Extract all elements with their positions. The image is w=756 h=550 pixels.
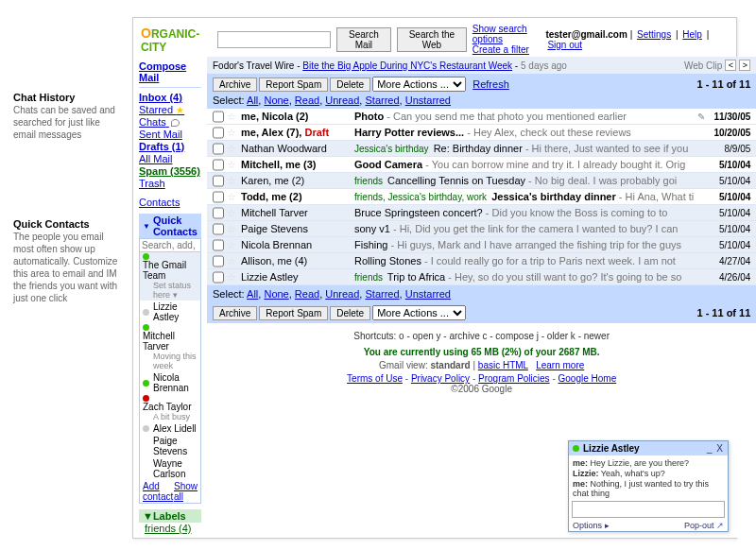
star-icon[interactable]: ☆ [227,239,238,251]
nav-starred[interactable]: Starred ★ [139,104,201,115]
select-checkbox[interactable] [213,223,224,235]
more-actions-select[interactable]: More Actions ... [372,305,466,320]
star-icon[interactable]: ☆ [227,223,238,235]
contacts-link[interactable]: Contacts [139,197,201,208]
show-search-options-link[interactable]: Show search options [472,24,527,44]
quick-contacts-header[interactable]: ▼Quick Contacts [139,214,201,238]
report-spam-button[interactable]: Report Spam [259,77,328,92]
contact-row[interactable]: Paige Stevens [140,435,200,457]
message-row[interactable]: ☆me, Alex (7), DraftHarry Potter reviews… [207,125,756,141]
contact-row[interactable]: Alex Lidell [140,422,200,435]
settings-link[interactable]: Settings [637,29,671,40]
select-none[interactable]: None [264,288,288,300]
webclip-prev-icon[interactable]: < [725,60,736,71]
label-friends[interactable]: friends (4) [139,523,192,534]
select-checkbox[interactable] [213,111,224,123]
close-icon[interactable]: X [716,443,724,454]
select-unstarred[interactable]: Unstarred [405,288,451,300]
add-contact-link[interactable]: Add contact [143,481,174,502]
message-row[interactable]: ☆Lizzie Astleyfriends Trip to Africa - H… [207,269,756,285]
select-checkbox[interactable] [213,271,224,284]
star-icon[interactable]: ☆ [227,111,238,123]
labels-header[interactable]: ▼Labels [139,509,201,523]
nav-spam[interactable]: Spam (3556) [139,165,201,177]
contact-row[interactable]: Lizzie Astley [140,301,200,323]
select-checkbox[interactable] [213,127,224,139]
webclip-link[interactable]: Bite the Big Apple During NYC's Restaura… [302,60,512,71]
signout-link[interactable]: Sign out [547,40,582,50]
star-icon[interactable]: ☆ [227,127,238,139]
message-row[interactable]: ☆Nathan WoodwardJessica's birthday Re: B… [207,141,756,157]
message-row[interactable]: ☆Karen, me (2)friends Cancelling Tennis … [207,173,756,189]
star-icon[interactable]: ☆ [227,255,238,267]
message-row[interactable]: ☆Nicola BrennanFishing - Hi guys, Mark a… [207,237,756,253]
more-actions-select[interactable]: More Actions ... [372,77,466,92]
star-icon[interactable]: ☆ [227,271,238,284]
refresh-link[interactable]: Refresh [472,78,509,90]
chat-input[interactable] [572,501,725,518]
basic-html-link[interactable]: basic HTML [478,360,528,370]
help-link[interactable]: Help [682,29,702,40]
message-row[interactable]: ☆Mitchell TarverBruce Springsteen concer… [207,205,756,221]
contact-row[interactable]: Mitchell TarverMoving this week [140,323,200,371]
star-icon[interactable]: ☆ [227,159,238,171]
star-icon[interactable]: ☆ [227,191,238,203]
nav-all[interactable]: All Mail [139,153,201,164]
minimize-icon[interactable]: _ [707,443,713,454]
message-row[interactable]: ☆Paige Stevenssony v1 - Hi, Did you get … [207,221,756,237]
select-starred[interactable]: Starred [365,95,399,106]
contact-row[interactable]: Wayne Carlson [140,457,200,480]
star-icon[interactable]: ☆ [227,207,238,219]
show-all-link[interactable]: Show all [174,481,198,502]
chat-popout-link[interactable]: Pop-out ↗ [684,521,724,530]
footer-link[interactable]: Google Home [558,373,617,384]
star-icon[interactable]: ☆ [227,143,238,155]
search-mail-button[interactable]: Search Mail [336,27,391,52]
contact-row[interactable]: Nicola Brennan [140,371,200,394]
select-checkbox[interactable] [213,175,224,187]
archive-button[interactable]: Archive [213,77,257,92]
footer-link[interactable]: Program Policies [478,373,550,384]
star-icon[interactable]: ☆ [227,175,238,187]
nav-inbox[interactable]: Inbox (4) [139,92,201,103]
create-filter-link[interactable]: Create a filter [472,44,529,55]
contact-self[interactable]: The Gmail Team Set status here ▾ [140,252,200,301]
search-input[interactable] [217,31,331,48]
select-all[interactable]: All [247,95,258,106]
select-read[interactable]: Read [295,95,319,106]
quick-contacts-search[interactable] [140,239,200,252]
footer-link[interactable]: Privacy Policy [411,373,470,384]
message-row[interactable]: ☆me, Nicola (2)Photo - Can you send me t… [207,109,756,125]
select-none[interactable]: None [264,95,288,106]
nav-chats[interactable]: Chats [139,116,201,128]
message-row[interactable]: ☆Mitchell, me (3)Good Camera - You can b… [207,157,756,173]
select-read[interactable]: Read [295,288,319,300]
archive-button[interactable]: Archive [213,306,257,320]
select-checkbox[interactable] [213,143,224,155]
select-checkbox[interactable] [213,191,224,203]
footer-link[interactable]: Terms of Use [347,373,403,384]
select-unread[interactable]: Unread [325,95,359,106]
select-checkbox[interactable] [213,159,224,171]
search-web-button[interactable]: Search the Web [397,27,467,52]
delete-button[interactable]: Delete [330,306,370,320]
select-checkbox[interactable] [213,207,224,219]
learn-more-link[interactable]: Learn more [536,360,584,370]
select-unread[interactable]: Unread [325,288,359,300]
report-spam-button[interactable]: Report Spam [259,306,328,320]
webclip-next-icon[interactable]: > [739,60,750,71]
compose-mail-link[interactable]: Compose Mail [139,60,201,83]
select-unstarred[interactable]: Unstarred [405,95,451,106]
message-row[interactable]: ☆Allison, me (4)Rolling Stones - I could… [207,253,756,269]
contact-row[interactable]: Zach TaylorA bit busy [140,394,200,422]
nav-sent[interactable]: Sent Mail [139,129,201,140]
nav-trash[interactable]: Trash [139,178,201,189]
chat-window-header[interactable]: Lizzie Astley _ X [569,441,728,455]
delete-button[interactable]: Delete [330,77,370,92]
message-row[interactable]: ☆Todd, me (2)friends, Jessica's birthday… [207,189,756,205]
select-checkbox[interactable] [213,255,224,267]
select-checkbox[interactable] [213,239,224,251]
nav-drafts[interactable]: Drafts (1) [139,141,201,152]
select-all[interactable]: All [247,288,258,300]
chat-options-link[interactable]: Options ▸ [573,521,610,530]
